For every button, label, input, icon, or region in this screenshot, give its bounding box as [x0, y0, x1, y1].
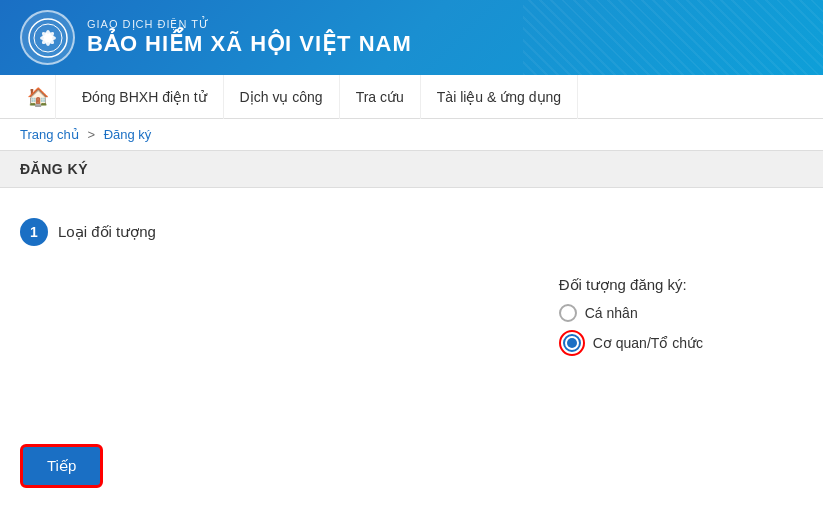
step-circle: 1 — [20, 218, 48, 246]
logo-circle — [20, 10, 75, 65]
nav: 🏠 Đóng BHXH điện tử Dịch vụ công Tra cứu… — [0, 75, 823, 119]
button-row: Tiếp — [0, 434, 823, 507]
step-row: 1 Loại đối tượng — [20, 218, 803, 246]
section-header: ĐĂNG KÝ — [0, 150, 823, 188]
nav-item-tai-lieu[interactable]: Tài liệu & ứng dụng — [421, 75, 578, 119]
form-group: Đối tượng đăng ký: Cá nhân Cơ quan/Tổ ch… — [559, 276, 703, 364]
next-button[interactable]: Tiếp — [20, 444, 103, 488]
radio-ca-nhan[interactable]: Cá nhân — [559, 304, 638, 322]
radio-ca-nhan-label: Cá nhân — [585, 305, 638, 321]
radio-ca-nhan-indicator — [559, 304, 577, 322]
header: Giao dịch điện tử Bảo hiểm xã hội Việt N… — [0, 0, 823, 75]
svg-point-6 — [44, 34, 52, 42]
radio-co-quan-indicator — [563, 334, 581, 352]
header-subtitle: Giao dịch điện tử — [87, 18, 412, 31]
header-text: Giao dịch điện tử Bảo hiểm xã hội Việt N… — [87, 18, 412, 57]
nav-item-dong-bhxh[interactable]: Đóng BHXH điện tử — [66, 75, 224, 119]
breadcrumb-home[interactable]: Trang chủ — [20, 127, 79, 142]
radio-co-quan-highlight — [559, 330, 585, 356]
nav-home-button[interactable]: 🏠 — [20, 75, 56, 119]
main-content: 1 Loại đối tượng Đối tượng đăng ký: Cá n… — [0, 188, 823, 434]
nav-item-tra-cuu[interactable]: Tra cứu — [340, 75, 421, 119]
logo-icon — [27, 17, 69, 59]
form-label: Đối tượng đăng ký: — [559, 276, 687, 294]
breadcrumb-separator: > — [87, 127, 95, 142]
form-section: Đối tượng đăng ký: Cá nhân Cơ quan/Tổ ch… — [20, 276, 803, 364]
radio-co-quan-label: Cơ quan/Tổ chức — [593, 335, 703, 351]
nav-item-dich-vu-cong[interactable]: Dịch vụ công — [224, 75, 340, 119]
step-label: Loại đối tượng — [58, 223, 156, 241]
header-title: Bảo hiểm xã hội Việt Nam — [87, 31, 412, 57]
radio-co-quan[interactable]: Cơ quan/Tổ chức — [559, 330, 703, 356]
logo-area: Giao dịch điện tử Bảo hiểm xã hội Việt N… — [20, 10, 412, 65]
breadcrumb: Trang chủ > Đăng ký — [0, 119, 823, 150]
breadcrumb-current[interactable]: Đăng ký — [104, 127, 152, 142]
